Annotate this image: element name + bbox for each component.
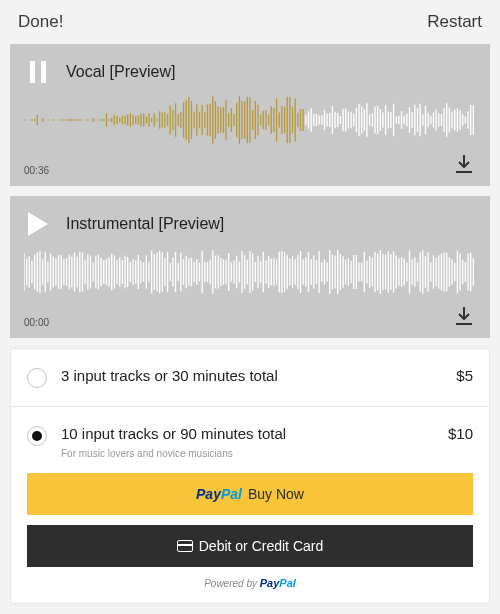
download-icon[interactable] [452,304,476,328]
audio-header: Instrumental [Preview] [24,210,476,238]
purchase-panel: 3 input tracks or 30 minutes total $5 10… [10,348,490,604]
radio-selected-icon[interactable] [27,426,47,446]
download-icon[interactable] [452,152,476,176]
card-icon [177,540,193,552]
play-button[interactable] [24,210,52,238]
radio-unselected-icon[interactable] [27,368,47,388]
timecode: 00:36 [24,165,49,176]
top-bar: Done! Restart [10,8,490,44]
option-label: 10 input tracks or 90 minutes total [61,425,438,442]
track-title: Vocal [Preview] [66,63,175,81]
buy-now-text: Buy Now [248,486,304,502]
paypal-logo-icon: PayPal [196,486,242,502]
waveform-svg [24,244,476,300]
pause-button[interactable] [24,58,52,86]
payment-buttons: PayPal Buy Now Debit or Credit Card Powe… [11,469,489,603]
pricing-option[interactable]: 3 input tracks or 30 minutes total $5 [11,349,489,407]
audio-card-vocal: Vocal [Preview] 00:36 [10,44,490,186]
play-icon [28,212,48,236]
option-price: $10 [448,425,473,442]
powered-by-text: Powered by PayPal [27,577,473,589]
timecode: 00:00 [24,317,49,328]
paypal-buy-now-button[interactable]: PayPal Buy Now [27,473,473,515]
status-done: Done! [18,12,63,32]
pause-icon [30,61,46,83]
waveform[interactable] [24,92,476,148]
audio-header: Vocal [Preview] [24,58,476,86]
card-button-label: Debit or Credit Card [199,538,324,554]
audio-footer: 00:00 [24,304,476,328]
pricing-option[interactable]: 10 input tracks or 90 minutes total For … [11,407,489,469]
debit-credit-card-button[interactable]: Debit or Credit Card [27,525,473,567]
option-price: $5 [456,367,473,384]
track-title: Instrumental [Preview] [66,215,224,233]
option-label: 3 input tracks or 30 minutes total [61,367,446,384]
waveform[interactable] [24,244,476,300]
restart-link[interactable]: Restart [427,12,482,32]
option-sublabel: For music lovers and novice musicians [61,448,438,459]
waveform-svg [24,92,476,148]
audio-card-instrumental: Instrumental [Preview] 00:00 [10,196,490,338]
audio-footer: 00:36 [24,152,476,176]
